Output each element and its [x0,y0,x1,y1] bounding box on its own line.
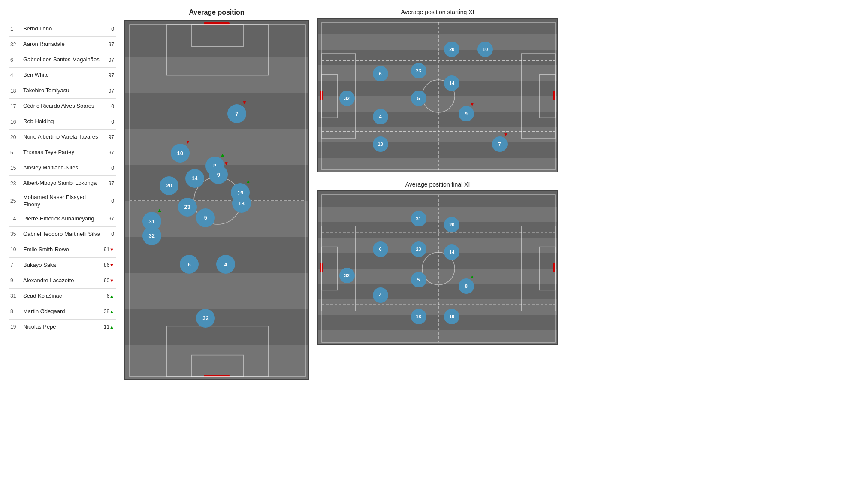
main-content: Average position 322031▲10▼142358▲9▼7▼19… [124,9,849,380]
pitch-stripe [318,207,557,222]
player-name: Mohamed Naser Elsayed Elneny [23,194,101,208]
player-bubble: 9▼ [209,165,228,184]
player-bubble: 6 [373,241,388,257]
pitch-stripe [125,273,308,309]
player-bubble: 23 [411,63,426,78]
starting-xi-wrapper: Average position starting XI 32418652314… [317,9,558,172]
pitch-stripe [318,253,557,269]
pitch-stripe [125,21,308,57]
player-name: Albert-Mboyo Sambi Lokonga [23,180,101,187]
pitch-stripe [125,57,308,93]
player-stat: 97 [101,216,114,222]
player-stat: 97 [101,181,114,187]
player-name: Pierre-Emerick Aubameyang [23,215,101,223]
player-stat: 0 [101,26,114,32]
player-row: 25Mohamed Naser Elsayed Elneny0 [9,191,116,211]
player-name: Alexandre Lacazette [23,277,101,284]
player-stat: 97 [101,88,114,94]
player-number: 19 [10,324,23,330]
player-name: Nicolas Pépé [23,323,101,331]
player-number: 8 [10,308,23,314]
large-pitch-container: Average position 322031▲10▼142358▲9▼7▼19… [124,9,309,380]
pitch-stripe [318,284,557,299]
player-number: 31 [10,293,23,299]
player-bubble: 6 [180,255,199,274]
player-bubble: 20 [444,217,459,232]
pitch-stripe [318,81,557,96]
player-number: 6 [10,57,23,63]
starting-xi-title: Average position starting XI [317,9,558,15]
player-stat: 97 [101,134,114,140]
player-stat: 0 [101,103,114,109]
pitch-stripe [318,142,557,158]
player-row: 1Bernd Leno0 [9,21,116,37]
player-stat: 60▼ [101,278,114,284]
player-name: Gabriel Teodoro Martinelli Silva [23,231,101,238]
arrow-up-icon: ▲ [470,274,475,279]
player-row: 31Sead Kolašinac6▲ [9,289,116,304]
player-number: 35 [10,231,23,237]
player-name: Emile Smith-Rowe [23,246,101,254]
player-number: 18 [10,88,23,94]
player-stat: 0 [101,165,114,171]
arrow-down-icon: ▼ [470,102,475,107]
player-number: 15 [10,165,23,171]
player-number: 10 [10,247,23,253]
right-goal-marker [553,263,555,272]
player-row: 8Martin Ødegaard38▲ [9,304,116,320]
player-bubble: 4 [373,109,388,124]
player-row: 10Emile Smith-Rowe91▼ [9,242,116,258]
player-name: Rob Holding [23,118,101,125]
player-bubble: 6 [373,66,388,81]
pitch-stripe [318,315,557,330]
player-row: 14Pierre-Emerick Aubameyang97 [9,211,116,227]
pitch-stripe [318,34,557,50]
player-bubble: 10▼ [171,144,190,163]
player-name: Cédric Ricardo Alves Soares [23,103,101,110]
arrow-down-icon: ▼ [109,247,114,252]
player-bubble: 5 [411,91,426,106]
pitch-stripe [318,158,557,172]
player-bubble: 18 [373,136,388,152]
player-number: 32 [10,42,23,48]
player-stat: 38▲ [101,308,114,314]
right-goal-marker [553,91,555,100]
left-goal-marker [320,91,323,100]
player-number: 1 [10,26,23,32]
large-pitch: 322031▲10▼142358▲9▼7▼19▲186432 [124,20,309,380]
player-row: 35Gabriel Teodoro Martinelli Silva0 [9,227,116,242]
player-row: 20Nuno Albertino Varela Tavares97 [9,130,116,145]
player-number: 23 [10,181,23,187]
player-stat: 97 [101,150,114,156]
arrow-up-icon: ▲ [157,208,162,213]
starting-xi-pitch: 324186523149▼20107▼ [317,18,558,172]
arrow-up-icon: ▲ [109,309,114,314]
player-row: 6Gabriel dos Santos Magalhães97 [9,52,116,68]
pitch-stripe [318,222,557,238]
pitch-stripe [125,93,308,129]
player-name: Sead Kolašinac [23,293,101,300]
player-stat: 0 [101,119,114,125]
player-number: 4 [10,72,23,78]
player-bubble: 7▼ [492,136,508,152]
player-stat: 91▼ [101,247,114,253]
player-stat: 97 [101,42,114,48]
player-row: 15Ainsley Maitland-Niles0 [9,160,116,176]
arrow-down-icon: ▼ [503,132,508,137]
player-row: 16Rob Holding0 [9,114,116,130]
player-bubble: 7▼ [227,104,246,123]
pitch-stripe [318,127,557,142]
player-row: 23Albert-Mboyo Sambi Lokonga97 [9,176,116,191]
arrow-up-icon: ▲ [245,179,251,184]
player-bubble: 31 [411,211,426,226]
player-name: Aaron Ramsdale [23,41,101,48]
player-number: 25 [10,198,23,204]
player-bubble: 32 [339,268,355,283]
player-bubble: 23 [411,241,426,257]
player-bubble: 14 [444,244,459,260]
player-bubble: 9▼ [459,106,474,121]
small-pitches: Average position starting XI 32418652314… [317,9,558,345]
player-name: Gabriel dos Santos Magalhães [23,56,101,63]
arrow-down-icon: ▼ [242,100,247,105]
pitch-stripe [318,330,557,345]
